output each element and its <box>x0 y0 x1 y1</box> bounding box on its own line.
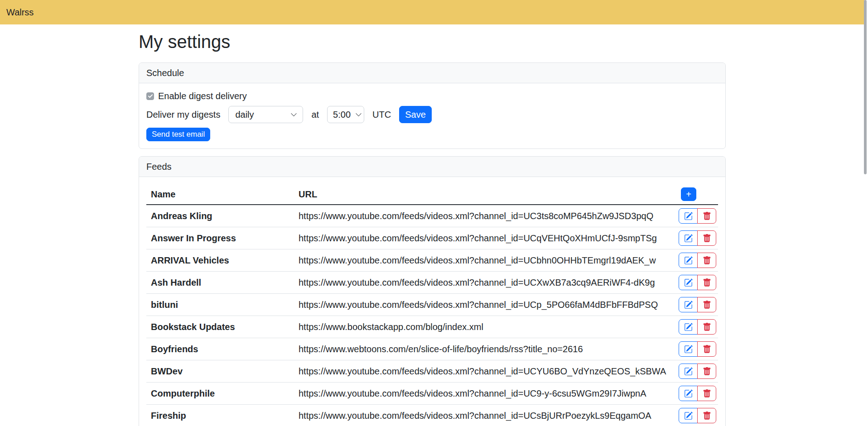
pencil-square-icon <box>684 301 693 309</box>
browser-scrollbar[interactable] <box>864 0 867 174</box>
pencil-square-icon <box>684 412 693 420</box>
feed-name: Computerphile <box>146 383 294 405</box>
feeds-table-header-row: Name URL + <box>146 184 718 205</box>
trash-icon <box>703 301 711 309</box>
feeds-table-body: Andreas Kling https://www.youtube.com/fe… <box>146 205 718 426</box>
feed-url: https://www.youtube.com/feeds/videos.xml… <box>294 383 668 405</box>
feed-actions <box>679 275 716 290</box>
edit-feed-button[interactable] <box>679 364 698 379</box>
app-brand[interactable]: Walrss <box>6 7 34 18</box>
pencil-square-icon <box>684 323 693 331</box>
time-select[interactable]: 5:00 <box>327 106 364 123</box>
enable-digest-label[interactable]: Enable digest delivery <box>158 91 247 101</box>
feeds-card-body: Name URL + Andreas Kling https://www.you… <box>139 177 725 426</box>
feed-name: Fireship <box>146 405 294 426</box>
feed-name: Andreas Kling <box>146 205 294 227</box>
delete-feed-button[interactable] <box>697 297 716 312</box>
schedule-card-header: Schedule <box>139 63 725 83</box>
feed-name: Ash Hardell <box>146 272 294 294</box>
feed-actions <box>679 408 716 423</box>
delete-feed-button[interactable] <box>697 275 716 290</box>
feed-actions <box>679 319 716 335</box>
feed-url: https://www.youtube.com/feeds/videos.xml… <box>294 272 668 294</box>
save-button[interactable]: Save <box>399 106 432 123</box>
trash-icon <box>703 234 711 243</box>
feed-name: BWDev <box>146 360 294 383</box>
delete-feed-button[interactable] <box>697 408 716 423</box>
pencil-square-icon <box>684 389 693 398</box>
feed-actions <box>679 341 716 357</box>
deliver-label: Deliver my digests <box>146 110 220 120</box>
column-header-url: URL <box>294 184 668 205</box>
feed-url: https://www.youtube.com/feeds/videos.xml… <box>294 227 668 249</box>
feed-actions <box>679 208 716 224</box>
table-row: ARRIVAL Vehicles https://www.youtube.com… <box>146 249 718 272</box>
pencil-square-icon <box>684 256 693 265</box>
delete-feed-button[interactable] <box>697 253 716 268</box>
edit-feed-button[interactable] <box>679 253 698 268</box>
edit-feed-button[interactable] <box>679 386 698 401</box>
delete-feed-button[interactable] <box>697 364 716 379</box>
frequency-select[interactable]: daily <box>228 106 303 123</box>
schedule-card-body: Enable digest delivery Deliver my digest… <box>139 83 725 148</box>
trash-icon <box>703 256 711 265</box>
edit-feed-button[interactable] <box>679 341 698 357</box>
time-select-value: 5:00 <box>333 110 351 120</box>
frequency-select-value: daily <box>235 110 254 120</box>
trash-icon <box>703 212 711 220</box>
delete-feed-button[interactable] <box>697 319 716 335</box>
edit-feed-button[interactable] <box>679 208 698 224</box>
feed-url: https://www.youtube.com/feeds/videos.xml… <box>294 249 668 272</box>
navbar: Walrss <box>0 0 864 24</box>
feed-name: ARRIVAL Vehicles <box>146 249 294 272</box>
trash-icon <box>703 412 711 420</box>
table-row: Andreas Kling https://www.youtube.com/fe… <box>146 205 718 227</box>
feeds-card-header: Feeds <box>139 157 725 177</box>
schedule-card: Schedule Enable digest delivery Deliver … <box>139 62 726 149</box>
feed-actions <box>679 364 716 379</box>
add-feed-button[interactable]: + <box>681 187 696 201</box>
table-row: Ash Hardell https://www.youtube.com/feed… <box>146 272 718 294</box>
timezone-label: UTC <box>372 110 391 120</box>
pencil-square-icon <box>684 212 693 220</box>
pencil-square-icon <box>684 367 693 376</box>
check-icon <box>148 93 153 99</box>
trash-icon <box>703 323 711 331</box>
trash-icon <box>703 345 711 354</box>
feed-url: https://www.bookstackapp.com/blog/index.… <box>294 316 668 338</box>
trash-icon <box>703 367 711 376</box>
edit-feed-button[interactable] <box>679 275 698 290</box>
delete-feed-button[interactable] <box>697 230 716 246</box>
delete-feed-button[interactable] <box>697 208 716 224</box>
feed-actions <box>679 230 716 246</box>
pencil-square-icon <box>684 234 693 243</box>
edit-feed-button[interactable] <box>679 319 698 335</box>
feed-actions <box>679 297 716 312</box>
table-row: bitluni https://www.youtube.com/feeds/vi… <box>146 294 718 316</box>
send-test-email-button[interactable]: Send test email <box>146 128 210 141</box>
feeds-card: Feeds Name URL + <box>139 156 726 426</box>
feed-url: https://www.youtube.com/feeds/videos.xml… <box>294 294 668 316</box>
edit-feed-button[interactable] <box>679 230 698 246</box>
trash-icon <box>703 278 711 287</box>
table-row: Fireship https://www.youtube.com/feeds/v… <box>146 405 718 426</box>
table-row: Computerphile https://www.youtube.com/fe… <box>146 383 718 405</box>
feeds-table: Name URL + Andreas Kling https://www.you… <box>146 184 718 426</box>
trash-icon <box>703 389 711 398</box>
chevron-down-icon <box>290 111 297 118</box>
feed-name: Bookstack Updates <box>146 316 294 338</box>
page-title: My settings <box>139 31 726 53</box>
edit-feed-button[interactable] <box>679 408 698 423</box>
column-header-name: Name <box>146 184 294 205</box>
delete-feed-button[interactable] <box>697 386 716 401</box>
feed-url: https://www.webtoons.com/en/slice-of-lif… <box>294 338 668 360</box>
enable-digest-checkbox[interactable] <box>146 92 154 100</box>
feed-url: https://www.youtube.com/feeds/videos.xml… <box>294 405 668 426</box>
feed-name: bitluni <box>146 294 294 316</box>
edit-feed-button[interactable] <box>679 297 698 312</box>
delete-feed-button[interactable] <box>697 341 716 357</box>
feed-name: Boyfriends <box>146 338 294 360</box>
table-row: BWDev https://www.youtube.com/feeds/vide… <box>146 360 718 383</box>
at-label: at <box>311 110 319 120</box>
feed-url: https://www.youtube.com/feeds/videos.xml… <box>294 360 668 383</box>
